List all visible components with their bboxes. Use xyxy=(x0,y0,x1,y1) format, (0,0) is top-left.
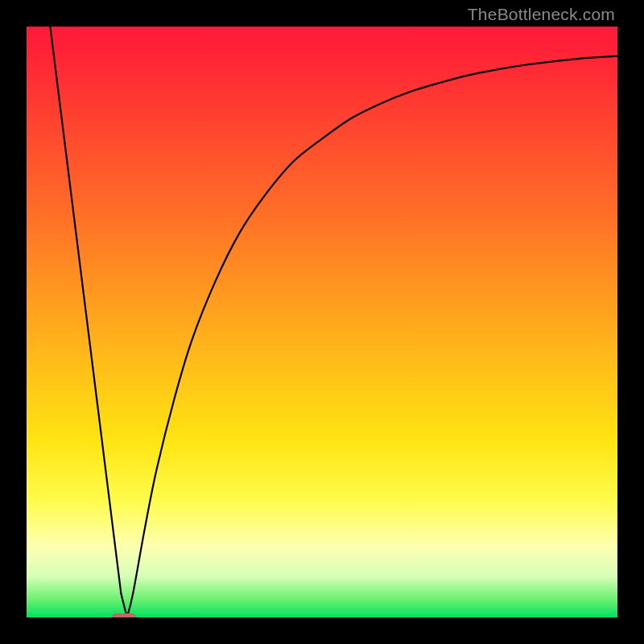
bottleneck-curve xyxy=(27,27,617,617)
plot-area xyxy=(27,27,617,617)
optimum-marker xyxy=(112,613,136,617)
chart-frame: TheBottleneck.com xyxy=(0,0,644,644)
watermark-text: TheBottleneck.com xyxy=(468,5,615,24)
